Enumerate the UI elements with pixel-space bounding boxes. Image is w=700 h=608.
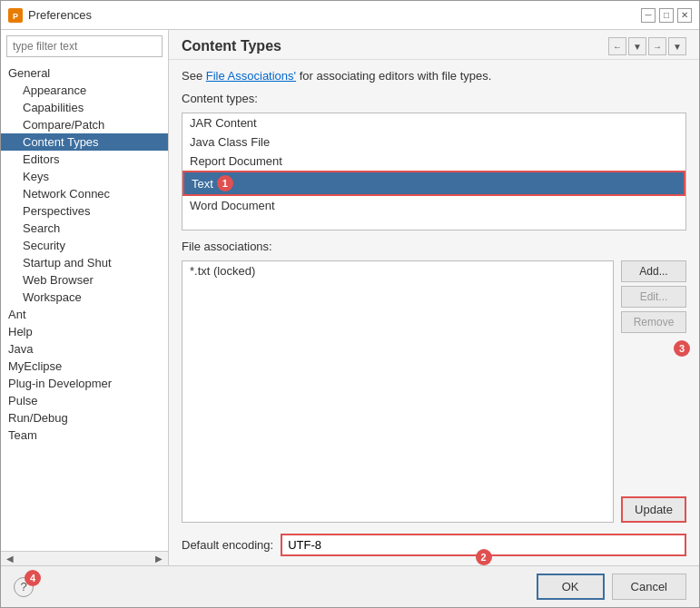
minimize-button[interactable]: ─ (641, 8, 656, 23)
sidebar-item-workspace[interactable]: Workspace (1, 289, 168, 306)
sidebar-item-perspectives[interactable]: Perspectives (1, 202, 168, 220)
content-types-label: Content types: (182, 92, 686, 105)
footer-right: OK Cancel (537, 574, 686, 600)
scroll-right-arrow[interactable]: ▶ (152, 554, 166, 564)
remove-button[interactable]: Remove (621, 311, 686, 333)
edit-button[interactable]: Edit... (621, 286, 686, 308)
footer-left: 4 ? (14, 577, 34, 597)
maximize-button[interactable]: □ (659, 8, 674, 23)
info-prefix: See (182, 69, 206, 83)
encoding-row: Default encoding: 2 (182, 534, 686, 556)
content-area: GeneralAppearanceCapabilitiesCompare/Pat… (1, 30, 699, 565)
panel-header: Content Types ← ▼ → ▼ (169, 30, 699, 60)
sidebar: GeneralAppearanceCapabilitiesCompare/Pat… (1, 30, 169, 565)
nav-forward-dropdown[interactable]: ▼ (668, 37, 686, 55)
sidebar-item-keys[interactable]: Keys (1, 168, 168, 185)
sidebar-item-run-debug[interactable]: Run/Debug (1, 409, 168, 427)
sidebar-item-pulse[interactable]: Pulse (1, 392, 168, 409)
sidebar-item-compare-patch[interactable]: Compare/Patch (1, 116, 168, 133)
sidebar-item-java[interactable]: Java (1, 340, 168, 358)
badge2: 2 (476, 549, 492, 565)
add-button[interactable]: Add... (621, 260, 686, 282)
sidebar-item-capabilities[interactable]: Capabilities (1, 99, 168, 116)
sidebar-item-search[interactable]: Search (1, 220, 168, 237)
titlebar-left: P Preferences (8, 8, 92, 23)
encoding-label: Default encoding: (182, 538, 273, 552)
sidebar-item-appearance[interactable]: Appearance (1, 82, 168, 99)
titlebar-controls: ─ □ ✕ (641, 8, 692, 23)
file-assoc-row: *.txt (locked) Add... Edit... Remove 3 U… (182, 260, 686, 523)
content-type-item-word-document[interactable]: Word Document (182, 196, 685, 215)
dialog-footer: 4 ? OK Cancel (1, 565, 699, 607)
badge4: 4 (25, 570, 41, 586)
content-type-item-report-document[interactable]: Report Document (182, 152, 685, 171)
badge3: 3 (674, 340, 690, 357)
info-suffix: for associating editors with file types. (296, 69, 491, 83)
sidebar-item-web-browser[interactable]: Web Browser (1, 271, 168, 289)
window-title: Preferences (28, 8, 92, 22)
ok-button[interactable]: OK (537, 574, 605, 600)
nav-back-button[interactable]: ← (608, 37, 626, 55)
content-type-item-jar-content[interactable]: JAR Content (182, 113, 685, 132)
titlebar: P Preferences ─ □ ✕ (1, 1, 699, 30)
sidebar-item-team[interactable]: Team (1, 427, 168, 444)
cancel-button[interactable]: Cancel (612, 574, 686, 600)
file-assoc-label: File associations: (182, 240, 686, 253)
filter-input[interactable] (6, 35, 163, 57)
content-type-item-text[interactable]: Text1 (182, 171, 685, 196)
sidebar-item-help[interactable]: Help (1, 323, 168, 340)
nav-forward-button[interactable]: → (648, 37, 666, 55)
preferences-window: P Preferences ─ □ ✕ GeneralAppearanceCap… (0, 0, 700, 608)
panel-nav: ← ▼ → ▼ (608, 37, 686, 55)
sidebar-tree: GeneralAppearanceCapabilitiesCompare/Pat… (1, 63, 168, 551)
panel-title: Content Types (182, 38, 281, 54)
sidebar-item-myeclipse[interactable]: MyEclipse (1, 358, 168, 375)
sidebar-item-content-types[interactable]: Content Types (1, 133, 168, 151)
app-icon: P (8, 8, 23, 23)
svg-text:P: P (13, 12, 18, 21)
panel-body: See File Associations' for associating e… (169, 60, 699, 565)
sidebar-scroll-row: ◀ ▶ (1, 551, 168, 565)
sidebar-item-network-connec[interactable]: Network Connec (1, 185, 168, 202)
badge1: 1 (217, 175, 233, 191)
scroll-left-arrow[interactable]: ◀ (3, 554, 17, 564)
close-button[interactable]: ✕ (677, 8, 692, 23)
update-button[interactable]: Update (621, 496, 686, 523)
assoc-buttons: Add... Edit... Remove 3 Update (621, 260, 686, 523)
file-assoc-item-txt-locked[interactable]: *.txt (locked) (182, 261, 613, 280)
sidebar-item-editors[interactable]: Editors (1, 151, 168, 168)
sidebar-item-general[interactable]: General (1, 64, 168, 82)
content-type-item-java-class-file[interactable]: Java Class File (182, 132, 685, 152)
sidebar-item-ant[interactable]: Ant (1, 306, 168, 323)
sidebar-item-security[interactable]: Security (1, 237, 168, 254)
file-assoc-list: *.txt (locked) (182, 260, 614, 523)
sidebar-item-plug-in-developer[interactable]: Plug-in Developmer (1, 375, 168, 392)
sidebar-item-startup-shut[interactable]: Startup and Shut (1, 254, 168, 271)
info-text: See File Associations' for associating e… (182, 69, 686, 83)
content-types-list: JAR ContentJava Class FileReport Documen… (182, 113, 686, 230)
main-panel: Content Types ← ▼ → ▼ See File Associati… (169, 30, 699, 565)
nav-back-dropdown[interactable]: ▼ (628, 37, 646, 55)
file-assoc-link[interactable]: File Associations' (206, 69, 296, 83)
